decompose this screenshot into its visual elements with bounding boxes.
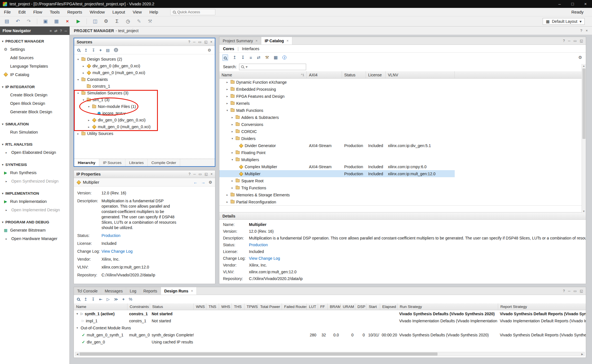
scrollbar-thumb[interactable] — [79, 352, 438, 356]
menu-layout[interactable]: Layout — [112, 10, 125, 14]
tab-reports[interactable]: Reports — [140, 287, 161, 295]
chevron-down-icon[interactable]: ▾ — [76, 78, 80, 81]
close-icon[interactable]: × — [586, 28, 588, 33]
clock-icon[interactable]: ◷ — [125, 18, 131, 24]
sidebar-item-open-implemented-design[interactable]: ▸ Open Implemented Design — [0, 206, 69, 214]
window-close-button[interactable]: × — [579, 0, 592, 8]
horizontal-scrollbar[interactable]: ◀ ▶ — [75, 352, 585, 356]
chevron-right-icon[interactable]: ▸ — [231, 123, 234, 126]
expand-all-icon[interactable]: ↧ — [241, 55, 245, 60]
sidebar-item-run-synthesis[interactable]: ▶ Run Synthesis — [0, 168, 69, 177]
ip-status-link[interactable]: Production — [101, 233, 120, 238]
catalog-row[interactable]: ▸Adders & Subtracters — [219, 114, 586, 121]
catalog-row[interactable]: ▸Kernels — [219, 100, 586, 107]
window-minimize-button[interactable]: – — [553, 0, 566, 8]
chevron-right-icon[interactable]: ▸ — [226, 81, 229, 84]
scroll-left-icon[interactable]: ◀ — [75, 353, 79, 356]
restore-icon[interactable]: ▭ — [573, 39, 576, 43]
chevron-right-icon[interactable]: ▸ — [226, 200, 229, 203]
help-icon[interactable]: ? — [563, 289, 565, 293]
chevron-down-icon[interactable]: ▾ — [76, 312, 79, 315]
restore-icon[interactable]: ▭ — [198, 40, 201, 44]
column-header-name[interactable]: Name ^1 — [219, 71, 307, 78]
collapse-all-icon[interactable]: ↥ — [84, 48, 88, 52]
float-icon[interactable]: ◱ — [205, 172, 208, 176]
tab-project-summary[interactable]: Project Summary × — [219, 37, 261, 45]
minimize-icon[interactable]: ─ — [65, 29, 67, 33]
column-header-uram[interactable]: URAM — [341, 303, 355, 310]
column-header-bram[interactable]: BRAM — [328, 303, 341, 310]
chevron-right-icon[interactable]: ▸ — [87, 125, 90, 128]
menu-edit[interactable]: Edit — [18, 10, 26, 14]
scroll-up-icon[interactable]: ▲ — [582, 64, 586, 68]
tab-hierarchy[interactable]: Hierarchy — [74, 159, 99, 166]
tab-ip-catalog[interactable]: IP Catalog × — [261, 37, 292, 45]
chevron-right-icon[interactable]: ▸ — [87, 119, 90, 122]
restore-icon[interactable]: ▭ — [573, 289, 576, 293]
collapse-all-icon[interactable]: ↥ — [84, 297, 87, 301]
expand-all-icon[interactable]: ↧ — [92, 297, 95, 301]
tab-libraries[interactable]: Libraries — [125, 159, 148, 166]
sidebar-item-open-elaborated-design[interactable]: ▸ Open Elaborated Design — [0, 148, 69, 157]
tree-row-div-gen-0[interactable]: ▸ div_gen_0 (div_gen_0.xci) — [74, 63, 215, 69]
column-header-tns[interactable]: TNS — [206, 303, 219, 310]
help-icon[interactable]: ? — [60, 29, 62, 33]
float-icon[interactable]: ◱ — [580, 289, 583, 293]
sum-icon[interactable]: Σ — [114, 19, 120, 24]
close-icon[interactable]: × — [211, 172, 213, 176]
run-row-impl-1[interactable]: ▷impl_1 constrs_1 Not started Vivado Imp… — [74, 317, 586, 324]
quick-access-search[interactable] — [170, 9, 215, 15]
gear-icon[interactable]: ⚙ — [578, 55, 582, 60]
search-icon[interactable] — [77, 298, 80, 301]
run-row-div-gen-0[interactable]: ✓div_gen_0 Using cached IP results — [74, 338, 586, 345]
close-icon[interactable]: × — [210, 40, 212, 44]
tools-icon[interactable]: ⚒ — [147, 18, 153, 24]
close-icon[interactable]: × — [286, 39, 289, 43]
chevron-down-icon[interactable]: ▾ — [87, 105, 90, 108]
close-icon[interactable]: × — [255, 39, 258, 43]
catalog-row-multiplier[interactable]: Multiplier Production Included xilinx.co… — [219, 170, 586, 177]
tab-design-runs[interactable]: Design Runs × — [161, 287, 197, 295]
fast-forward-icon[interactable]: ≫ — [114, 297, 118, 301]
search-icon[interactable] — [222, 54, 228, 61]
chevron-down-icon[interactable]: ▾ — [76, 92, 80, 95]
minimize-icon[interactable]: ─ — [568, 39, 571, 43]
back-icon[interactable]: ← — [193, 180, 198, 185]
tab-compile-order[interactable]: Compile Order — [148, 159, 180, 166]
percent-icon[interactable]: % — [129, 297, 132, 301]
column-header-tpws[interactable]: TPWS — [244, 303, 258, 310]
chevron-down-icon[interactable]: ▾ — [76, 58, 80, 61]
column-header-status[interactable]: Status — [150, 303, 194, 310]
layout-selector[interactable]: ▦ Default Layout ▾ — [543, 18, 585, 25]
catalog-row[interactable]: ▸Memories & Storage Elements — [219, 191, 586, 198]
menu-view[interactable]: View — [133, 10, 142, 14]
column-header-license[interactable]: License — [366, 71, 386, 78]
subnav-interfaces[interactable]: Interfaces — [242, 46, 259, 51]
tree-row-mult-gen-0[interactable]: ▸ mult_gen_0 (mult_gen_0.xci) — [74, 69, 215, 76]
chevron-down-icon[interactable]: ▾ — [231, 158, 234, 161]
tree-row-sim-1[interactable]: ▾ sim_1 (3) — [74, 96, 215, 103]
gear-icon[interactable]: ⚙ — [207, 48, 211, 52]
tab-messages[interactable]: Messages — [101, 287, 126, 295]
section-header-ip-integrator[interactable]: ▾ IP INTEGRATOR — [0, 83, 69, 91]
tree-row-ipcore-test-v[interactable]: ipcore_test.v — [74, 110, 215, 117]
float-icon[interactable]: ◱ — [580, 39, 583, 43]
edit-icon[interactable]: ✎ — [136, 18, 142, 24]
column-header-elapsed[interactable]: Elapsed — [380, 303, 397, 310]
sidebar-item-run-implementation[interactable]: ▶ Run Implementation — [0, 197, 69, 206]
help-icon[interactable]: ? — [188, 40, 190, 44]
menu-flow[interactable]: Flow — [33, 10, 42, 14]
catalog-row[interactable]: ▾Math Functions — [219, 107, 586, 114]
column-header-vlnv[interactable]: VLNV — [386, 71, 455, 78]
minimize-icon[interactable]: ─ — [193, 40, 196, 44]
minimize-icon[interactable]: ─ — [193, 172, 196, 176]
save-icon[interactable]: ▤ — [4, 18, 10, 24]
run-row-synth-1[interactable]: ▾▷synth_1 (active) constrs_1 Not started… — [74, 310, 586, 317]
paste-icon[interactable]: ▦ — [54, 18, 59, 24]
chevron-down-icon[interactable]: ▾ — [231, 137, 234, 140]
catalog-search-input[interactable]: ▾ — [239, 64, 306, 70]
vertical-scrollbar[interactable]: ▲ ▼ — [582, 64, 586, 213]
tree-row-sim-div-gen-0[interactable]: ▸ div_gen_0 (div_gen_0.xci) — [74, 117, 215, 123]
menu-icon[interactable]: ≡ — [50, 29, 52, 33]
run-icon[interactable]: ▶ — [76, 18, 81, 24]
